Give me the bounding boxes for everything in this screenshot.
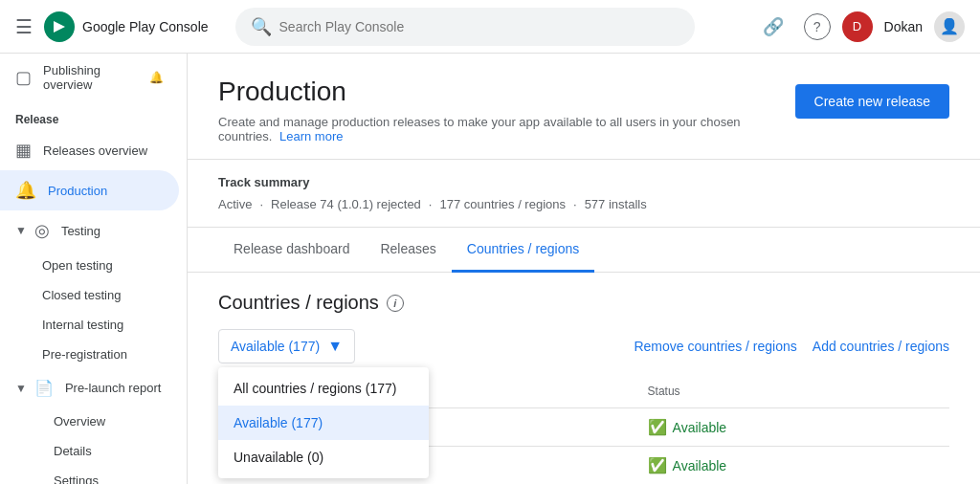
track-summary-title: Track summary	[218, 175, 949, 189]
releases-overview-icon: ▦	[15, 140, 32, 161]
sidebar-item-pre-registration[interactable]: Pre-registration	[0, 340, 179, 369]
create-new-release-button[interactable]: Create new release	[795, 84, 949, 119]
track-release: Release 74 (1.0.1) rejected	[271, 197, 421, 211]
help-icon-button[interactable]: ?	[804, 13, 831, 40]
track-countries: 177 countries / regions	[439, 197, 566, 211]
learn-more-link[interactable]: Learn more	[279, 129, 343, 143]
sidebar-item-label: Releases overview	[43, 143, 147, 158]
main-header: Production Create and manage production …	[188, 54, 980, 160]
topbar: ☰ Google Play Console 🔍 🔗 ? D Dokan 👤	[0, 0, 980, 54]
dropdown-option-available[interactable]: Available (177)	[218, 406, 429, 440]
filter-dropdown-label: Available (177)	[231, 339, 320, 354]
search-icon: 🔍	[251, 16, 272, 37]
sidebar-item-closed-testing[interactable]: Closed testing	[0, 280, 179, 310]
add-countries-link[interactable]: Add countries / regions	[813, 339, 949, 354]
sidebar-item-pre-launch-report[interactable]: ▼ 📄 Pre-launch report	[0, 369, 179, 407]
page-subtitle: Create and manage production releases to…	[218, 115, 795, 143]
dot-separator-1: ·	[259, 197, 263, 211]
sidebar-item-production[interactable]: 🔔 Production	[0, 170, 179, 210]
track-summary-info: Active · Release 74 (1.0.1) rejected · 1…	[218, 197, 949, 211]
link-icon-button[interactable]: 🔗	[754, 8, 792, 46]
layout: ▢ Publishing overview 🔔 Release ▦ Releas…	[0, 54, 980, 484]
sidebar-item-label: Pre-launch report	[65, 381, 161, 395]
status-label: Available	[673, 420, 727, 435]
tab-releases[interactable]: Releases	[365, 228, 451, 273]
filter-actions-row: Available (177) ▼ All countries / region…	[218, 329, 949, 363]
status-cell: ✅ Available	[633, 408, 949, 447]
page-title: Production	[218, 77, 795, 107]
main-content: Production Create and manage production …	[188, 54, 980, 484]
sidebar-item-label: Internal testing	[42, 318, 123, 332]
chevron-down-icon: ▼	[327, 338, 343, 355]
sidebar-item-label: Settings	[54, 473, 99, 484]
sidebar: ▢ Publishing overview 🔔 Release ▦ Releas…	[0, 54, 188, 484]
status-cell: ✅ Available	[633, 447, 949, 485]
release-section-label: Release	[0, 101, 187, 130]
sidebar-item-details[interactable]: Details	[0, 436, 179, 466]
tab-release-dashboard[interactable]: Release dashboard	[218, 228, 365, 273]
logo-text: Google Play Console	[82, 19, 209, 34]
testing-chevron-icon: ▼	[15, 224, 27, 237]
countries-section: Countries / regions i Available (177) ▼ …	[188, 273, 980, 484]
status-label: Available	[673, 458, 727, 473]
sidebar-item-label: Production	[48, 184, 107, 198]
sidebar-item-overview[interactable]: Overview	[0, 407, 179, 436]
testing-icon: ◎	[34, 220, 50, 241]
publishing-notification-icon: 🔔	[149, 71, 164, 84]
available-check-icon: ✅	[648, 456, 667, 474]
dot-separator-2: ·	[429, 197, 433, 211]
pre-launch-icon: 📄	[34, 379, 54, 397]
sidebar-item-label: Pre-registration	[42, 347, 127, 362]
user-name[interactable]: Dokan	[884, 19, 923, 34]
track-status: Active	[218, 197, 252, 211]
track-installs: 577 installs	[585, 197, 647, 211]
logo[interactable]: Google Play Console	[44, 11, 209, 42]
pre-launch-chevron-icon: ▼	[15, 382, 27, 395]
info-icon[interactable]: i	[387, 295, 404, 312]
sidebar-item-open-testing[interactable]: Open testing	[0, 251, 179, 280]
sidebar-item-settings[interactable]: Settings	[0, 466, 179, 484]
available-check-icon: ✅	[648, 418, 667, 436]
sidebar-item-publishing-overview[interactable]: ▢ Publishing overview 🔔	[0, 54, 179, 101]
search-input[interactable]	[279, 19, 679, 34]
main-title-area: Production Create and manage production …	[218, 77, 795, 143]
table-header-status: Status	[633, 375, 949, 408]
sidebar-item-label: Testing	[61, 224, 100, 238]
filter-dropdown-button[interactable]: Available (177) ▼	[218, 329, 355, 363]
tab-countries-regions[interactable]: Countries / regions	[452, 228, 595, 273]
hamburger-icon[interactable]: ☰	[15, 15, 33, 38]
dropdown-option-all[interactable]: All countries / regions (177)	[218, 371, 429, 406]
dot-separator-3: ·	[573, 197, 577, 211]
play-console-logo-icon	[44, 11, 75, 42]
sidebar-item-label: Details	[54, 444, 92, 458]
topbar-right: 🔗 ? D Dokan 👤	[754, 8, 965, 46]
sidebar-item-internal-testing[interactable]: Internal testing	[0, 310, 179, 340]
user-avatar[interactable]: D	[842, 11, 873, 42]
sidebar-item-label: Open testing	[42, 258, 113, 273]
filter-dropdown-wrap: Available (177) ▼ All countries / region…	[218, 329, 355, 363]
sidebar-item-label: Publishing overview	[43, 63, 138, 92]
remove-countries-link[interactable]: Remove countries / regions	[634, 339, 796, 354]
sidebar-item-label: Closed testing	[42, 288, 121, 302]
section-title: Countries / regions	[218, 292, 379, 314]
search-bar[interactable]: 🔍	[235, 8, 695, 46]
sidebar-item-label: Overview	[54, 414, 105, 429]
publishing-overview-icon: ▢	[15, 67, 32, 88]
actions-group: Remove countries / regions Add countries…	[634, 339, 949, 354]
sidebar-item-releases-overview[interactable]: ▦ Releases overview	[0, 130, 179, 170]
production-icon: 🔔	[15, 180, 36, 201]
profile-avatar[interactable]: 👤	[934, 11, 965, 42]
tabs-bar: Release dashboard Releases Countries / r…	[188, 228, 980, 273]
dropdown-option-unavailable[interactable]: Unavailable (0)	[218, 440, 429, 474]
section-title-row: Countries / regions i	[218, 292, 949, 314]
filter-dropdown-menu: All countries / regions (177) Available …	[218, 367, 429, 478]
sidebar-item-testing[interactable]: ▼ ◎ Testing	[0, 210, 179, 251]
track-summary: Track summary Active · Release 74 (1.0.1…	[188, 160, 980, 228]
